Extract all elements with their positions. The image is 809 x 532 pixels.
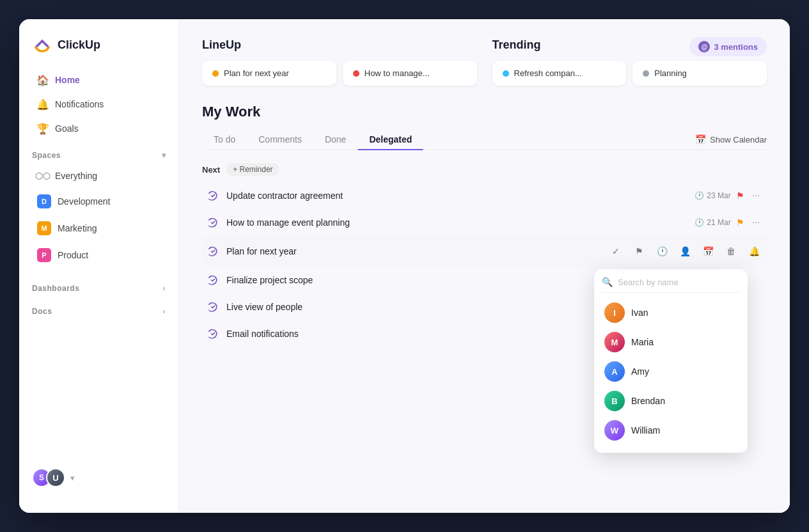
sidebar-label-notifications: Notifications: [55, 99, 104, 109]
task-name-1: Update contractor agreement: [226, 191, 688, 201]
person-row-amy[interactable]: A Amy: [602, 357, 740, 386]
tab-todo[interactable]: To do: [202, 129, 247, 150]
task-meta-2: 🕐 21 Mar ⚑ ···: [695, 215, 763, 230]
mywork-title: My Work: [202, 104, 767, 120]
lineup-card-manage-label: How to manage...: [365, 68, 430, 78]
sidebar-label-everything: Everything: [55, 171, 97, 181]
bell-icon: 🔔: [37, 98, 49, 110]
tasks-container: Next + Reminder Update contractor agreem…: [202, 163, 767, 347]
avatar-ivan: I: [604, 302, 625, 323]
sidebar-item-home[interactable]: 🏠 Home: [24, 68, 173, 91]
assign-action-icon[interactable]: 👤: [676, 242, 694, 260]
bell-action-icon[interactable]: 🔔: [745, 242, 763, 260]
everything-icon: ⬡⬡: [37, 170, 49, 182]
sidebar-item-marketing[interactable]: M Marketing: [24, 215, 173, 241]
mywork-section: My Work To do Comments Done Delegated: [202, 104, 767, 347]
product-space-icon: P: [37, 248, 51, 262]
dashboards-section-header[interactable]: Dashboards ›: [19, 274, 178, 297]
task-icon-2: [206, 215, 220, 230]
task-icon-3: [206, 244, 220, 258]
flag-icon-1: ⚑: [736, 191, 744, 201]
assignee-dropdown: 🔍 I Ivan M Maria: [594, 269, 748, 453]
spaces-section-header: Spaces ▾: [19, 141, 178, 164]
top-sections: LineUp Plan for next year How to manage.…: [202, 38, 767, 86]
sidebar-label-marketing: Marketing: [58, 223, 97, 233]
spaces-chevron-icon[interactable]: ▾: [162, 151, 166, 160]
clock-action-icon[interactable]: 🕐: [653, 242, 671, 260]
more-button-2[interactable]: ···: [750, 215, 763, 230]
manage-dot: [353, 70, 359, 77]
person-name-brendan: Brendan: [631, 396, 665, 406]
plan-dot: [212, 70, 219, 77]
trending-cards: Refresh compan... Planning: [492, 61, 767, 86]
person-row-brendan[interactable]: B Brendan: [602, 386, 740, 416]
sidebar-item-development[interactable]: D Development: [24, 189, 173, 214]
sidebar-label-goals: Goals: [55, 123, 79, 134]
mentions-count: 3 mentions: [714, 42, 758, 52]
lineup-card-plan[interactable]: Plan for next year: [202, 61, 336, 86]
logo-icon: [32, 35, 52, 55]
sidebar-item-product[interactable]: P Product: [24, 242, 173, 268]
task-icon-6: [206, 327, 220, 341]
task-meta-1: 🕐 23 Mar ⚑ ···: [695, 189, 763, 203]
trophy-icon: 🏆: [37, 123, 49, 134]
lineup-card-plan-label: Plan for next year: [224, 68, 289, 78]
task-icon-1: [206, 189, 220, 203]
dropdown-search-area: 🔍: [602, 277, 740, 293]
avatar-brendan: B: [604, 391, 625, 411]
avatar-william: W: [604, 420, 625, 441]
lineup-section: LineUp Plan for next year How to manage.…: [202, 38, 477, 86]
sidebar-label-product: Product: [58, 250, 88, 260]
task-name-2: How to manage event planning: [226, 217, 688, 228]
task-actions-3: ✓ ⚑ 🕐 👤 📅 🗑 🔔: [607, 242, 763, 260]
person-name-maria: Maria: [631, 337, 654, 347]
person-row-ivan[interactable]: I Ivan: [602, 298, 740, 327]
refresh-dot: [503, 70, 509, 77]
flag-action-icon[interactable]: ⚑: [630, 242, 648, 260]
delete-action-icon[interactable]: 🗑: [722, 242, 740, 260]
trending-card-planning[interactable]: Planning: [632, 61, 767, 86]
assignee-search-input[interactable]: [618, 278, 740, 287]
task-date-2: 🕐 21 Mar: [695, 218, 730, 227]
tab-done[interactable]: Done: [313, 129, 357, 150]
lineup-title: LineUp: [202, 38, 477, 52]
docs-chevron-icon: ›: [163, 307, 166, 316]
tab-comments[interactable]: Comments: [247, 129, 313, 150]
reminder-badge[interactable]: + Reminder: [226, 163, 279, 176]
more-button-1[interactable]: ···: [750, 189, 763, 203]
spaces-label: Spaces: [32, 151, 61, 160]
app-container: ClickUp 🏠 Home 🔔 Notifications 🏆 Goals S…: [19, 19, 790, 513]
person-row-william[interactable]: W William: [602, 416, 740, 445]
show-calendar-button[interactable]: 📅 Show Calendar: [695, 134, 767, 145]
task-icon-5: [206, 300, 220, 314]
task-row-2[interactable]: How to manage event planning 🕐 21 Mar ⚑ …: [202, 209, 767, 236]
tab-delegated[interactable]: Delegated: [357, 129, 423, 150]
task-icon-4: [206, 273, 220, 287]
avatar-user: U: [46, 468, 65, 487]
planning-dot: [643, 70, 649, 77]
app-logo-text: ClickUp: [58, 38, 100, 52]
sidebar-item-goals[interactable]: 🏆 Goals: [24, 117, 173, 140]
home-icon: 🏠: [37, 74, 49, 86]
avatar-amy: A: [604, 361, 625, 382]
docs-label: Docs: [32, 307, 52, 316]
trending-card-refresh[interactable]: Refresh compan...: [492, 61, 627, 86]
check-action-icon[interactable]: ✓: [607, 242, 625, 260]
person-name-ivan: Ivan: [631, 308, 648, 318]
sidebar-item-notifications[interactable]: 🔔 Notifications: [24, 93, 173, 116]
show-calendar-label: Show Calendar: [710, 135, 767, 145]
sidebar-label-development: Development: [58, 196, 111, 207]
sidebar-item-everything[interactable]: ⬡⬡ Everything: [24, 164, 173, 187]
development-space-icon: D: [37, 194, 51, 208]
mentions-badge[interactable]: @ 3 mentions: [689, 37, 767, 56]
person-row-maria[interactable]: M Maria: [602, 327, 740, 357]
calendar-action-icon[interactable]: 📅: [699, 242, 717, 260]
clock-icon-1: 🕐: [695, 191, 704, 200]
task-row-3[interactable]: Plan for next year ✓ ⚑ 🕐 👤 📅 🗑 🔔: [202, 236, 767, 267]
task-date-1: 🕐 23 Mar: [695, 191, 730, 200]
lineup-card-manage[interactable]: How to manage...: [343, 61, 477, 86]
task-row-1[interactable]: Update contractor agreement 🕐 23 Mar ⚑ ·…: [202, 182, 767, 209]
docs-section-header[interactable]: Docs ›: [19, 297, 178, 320]
trending-card-planning-label: Planning: [654, 68, 687, 78]
dropdown-arrow-icon[interactable]: ▾: [70, 473, 75, 483]
